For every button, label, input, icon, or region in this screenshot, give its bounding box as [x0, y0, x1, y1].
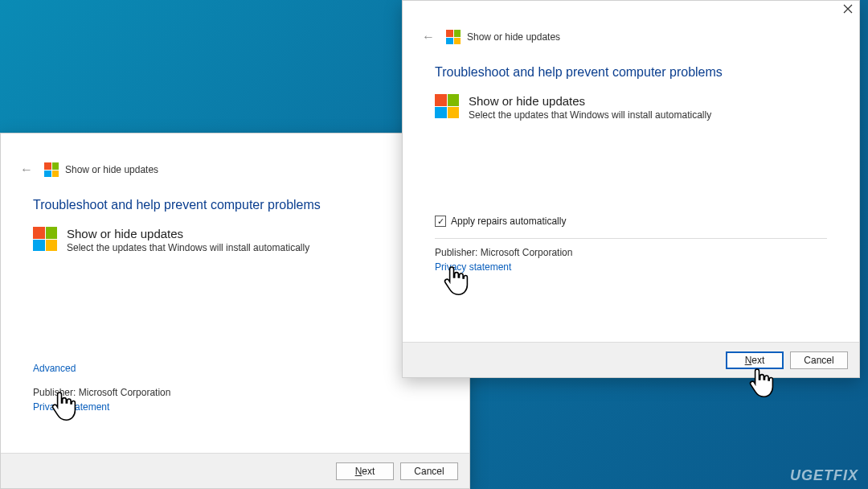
- button-bar: Next Cancel: [403, 342, 859, 377]
- advanced-block: Advanced Publisher: Microsoft Corporatio…: [1, 363, 469, 417]
- item-subtitle: Select the updates that Windows will ins…: [67, 242, 309, 253]
- page-heading: Troubleshoot and help prevent computer p…: [33, 198, 437, 212]
- apply-repairs-checkbox[interactable]: ✓: [435, 216, 446, 227]
- microsoft-logo-icon: [435, 94, 459, 118]
- publisher-value: Microsoft Corporation: [481, 247, 573, 258]
- privacy-link[interactable]: Privacy statement: [33, 401, 109, 413]
- microsoft-logo-icon: [446, 30, 461, 44]
- publisher-block: Publisher: Microsoft Corporation Privacy…: [403, 247, 859, 277]
- publisher-line: Publisher: Microsoft Corporation: [33, 387, 437, 398]
- cancel-button[interactable]: Cancel: [790, 351, 848, 369]
- troubleshooter-dialog-step2: ← Show or hide updates Troubleshoot and …: [402, 0, 860, 378]
- dialog-content: Troubleshoot and help prevent computer p…: [1, 182, 469, 268]
- dialog-header: ← Show or hide updates: [403, 25, 859, 49]
- apply-repairs-label: Apply repairs automatically: [451, 216, 566, 227]
- dialog-content: Troubleshoot and help prevent computer p…: [403, 49, 859, 135]
- apply-repairs-row: ✓ Apply repairs automatically: [403, 216, 859, 227]
- cancel-button[interactable]: Cancel: [400, 462, 458, 480]
- dialog-header: ← Show or hide updates: [1, 158, 469, 182]
- item-subtitle: Select the updates that Windows will ins…: [469, 109, 711, 121]
- dialog-title: Show or hide updates: [65, 164, 158, 175]
- watermark: UGETFIX: [790, 467, 858, 484]
- separator: [435, 238, 827, 239]
- next-button[interactable]: Next: [726, 351, 784, 369]
- privacy-link[interactable]: Privacy statement: [435, 261, 511, 273]
- item-title: Show or hide updates: [67, 227, 309, 240]
- publisher-line: Publisher: Microsoft Corporation: [435, 247, 827, 258]
- publisher-value: Microsoft Corporation: [79, 387, 171, 398]
- advanced-link[interactable]: Advanced: [33, 363, 76, 374]
- dialog-title: Show or hide updates: [467, 31, 560, 43]
- troubleshooter-dialog-step1: ← Show or hide updates Troubleshoot and …: [0, 133, 470, 489]
- titlebar: [403, 1, 859, 25]
- titlebar: [1, 134, 469, 158]
- back-arrow-icon[interactable]: ←: [417, 30, 440, 44]
- microsoft-logo-icon: [33, 227, 57, 251]
- publisher-label: Publisher:: [33, 387, 76, 398]
- close-icon[interactable]: [843, 4, 853, 14]
- button-bar: Next Cancel: [1, 453, 469, 488]
- item-title: Show or hide updates: [469, 94, 711, 108]
- troubleshooter-item[interactable]: Show or hide updates Select the updates …: [33, 227, 437, 253]
- next-button[interactable]: Next: [336, 462, 394, 480]
- page-heading: Troubleshoot and help prevent computer p…: [435, 65, 827, 80]
- back-arrow-icon[interactable]: ←: [15, 162, 38, 177]
- microsoft-logo-icon: [44, 162, 59, 177]
- publisher-label: Publisher:: [435, 247, 477, 258]
- troubleshooter-item[interactable]: Show or hide updates Select the updates …: [435, 94, 827, 121]
